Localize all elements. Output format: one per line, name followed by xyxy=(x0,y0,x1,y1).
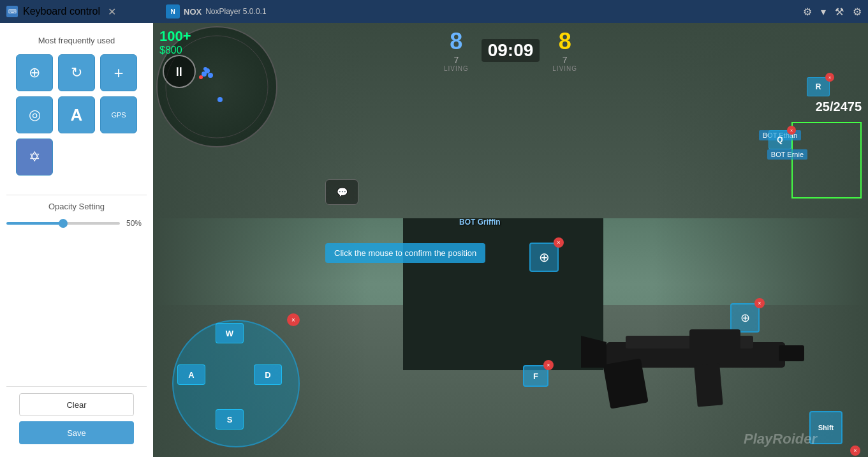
aim-widget-close[interactable]: × xyxy=(754,298,765,308)
wasd-wheel: × W A S D xyxy=(166,313,306,454)
most-used-label: Most frequently used xyxy=(38,36,115,45)
chat-icon: 💬 xyxy=(337,187,348,197)
team-a-label: LIVING xyxy=(444,65,469,72)
rotate-button[interactable]: ↻ xyxy=(58,54,95,91)
tools-icon[interactable]: ⚒ xyxy=(835,6,844,18)
team-a-number: 8 xyxy=(450,28,462,55)
hud-left: 100+ $800 xyxy=(159,28,191,56)
watermark: PlayRoider xyxy=(744,431,817,447)
team-a-score: 8 7 LIVING xyxy=(444,28,469,72)
chat-button[interactable]: 💬 xyxy=(325,179,358,205)
icon-grid: ⊕ ↻ + ◎ A GPS ✡ xyxy=(16,54,137,176)
dpad-button[interactable]: ⊕ xyxy=(16,54,53,91)
q-key-close[interactable]: × xyxy=(787,126,796,135)
crosshair-add-button[interactable]: + xyxy=(100,54,137,91)
gear-icon[interactable]: ⚙ xyxy=(853,6,862,18)
key-s[interactable]: S xyxy=(216,409,244,430)
r-key-widget[interactable]: R × xyxy=(807,77,830,96)
main-layout: Most frequently used ⊕ ↻ + ◎ A GPS ✡ Opa… xyxy=(0,23,868,457)
aim-button[interactable]: ◎ xyxy=(16,96,53,133)
bot-ernie-text: BOT Ernie xyxy=(767,149,807,160)
hud-center: 8 7 LIVING 09:09 8 7 LIVING xyxy=(444,28,577,72)
titlebar-left: ⌨ Keyboard control ✕ xyxy=(6,6,116,18)
crosshair-button[interactable]: ⊕ xyxy=(529,243,559,272)
health-display: 100+ xyxy=(159,28,191,45)
bot-griffin-label: BOT Griffin xyxy=(459,218,501,227)
team-b-number: 8 xyxy=(559,28,571,55)
f-key-widget[interactable]: F × xyxy=(523,365,548,387)
aim-widget[interactable]: ⊕ × xyxy=(730,303,760,333)
game-area[interactable]: ⏸ 💬 100+ $800 8 7 LIVING 09:09 8 7 xyxy=(153,23,868,457)
nox-icon: N xyxy=(166,4,180,19)
opacity-label: Opacity Setting xyxy=(48,202,105,211)
crosshair-close[interactable]: × xyxy=(554,237,564,248)
nox-brand: NOX xyxy=(184,7,202,17)
key-d[interactable]: D xyxy=(254,364,282,385)
bot-ernie-label: BOT Ernie xyxy=(767,151,807,158)
key-w[interactable]: W xyxy=(216,323,244,343)
crosshair-widget[interactable]: ⊕ × xyxy=(529,243,559,272)
close-button[interactable]: ✕ xyxy=(108,6,116,18)
window-title: Keyboard control xyxy=(23,6,100,17)
hud: 100+ $800 8 7 LIVING 09:09 8 7 LIVING xyxy=(153,23,868,100)
dark-block xyxy=(403,218,603,370)
divider-1 xyxy=(6,195,147,195)
keyboard-icon: ⌨ xyxy=(6,6,18,17)
opacity-slider[interactable] xyxy=(6,222,120,225)
q-key-widget[interactable]: Q × xyxy=(769,130,791,149)
r-key-close[interactable]: × xyxy=(825,73,834,82)
team-b-score: 8 7 LIVING xyxy=(552,28,577,72)
shift-close[interactable]: × xyxy=(850,446,860,456)
ammo-display: 25/2475 xyxy=(816,100,862,114)
save-button[interactable]: Save xyxy=(19,421,134,444)
team-b-living: 7 xyxy=(563,55,568,65)
dropdown-icon[interactable]: ▾ xyxy=(821,6,826,18)
team-b-label: LIVING xyxy=(552,65,577,72)
wasd-close[interactable]: × xyxy=(287,313,300,326)
divider-2 xyxy=(6,386,147,387)
left-panel: Most frequently used ⊕ ↻ + ◎ A GPS ✡ Opa… xyxy=(0,23,153,457)
star-button[interactable]: ✡ xyxy=(16,139,53,176)
key-a[interactable]: A xyxy=(177,364,205,385)
clear-button[interactable]: Clear xyxy=(19,393,134,416)
settings-icon[interactable]: ⚙ xyxy=(803,6,812,18)
nox-version: NoxPlayer 5.0.0.1 xyxy=(205,7,266,16)
money-display: $800 xyxy=(159,45,191,56)
game-timer: 09:09 xyxy=(482,39,540,62)
text-button[interactable]: A xyxy=(58,96,95,133)
team-a-living: 7 xyxy=(453,55,459,65)
gps-button[interactable]: GPS xyxy=(100,96,137,133)
titlebar-right-controls: ⚙ ▾ ⚒ ⚙ xyxy=(803,6,862,18)
aim-widget-button[interactable]: ⊕ xyxy=(730,303,760,333)
opacity-value: 50% xyxy=(126,219,147,228)
f-key-close[interactable]: × xyxy=(543,360,554,370)
nox-logo: N NOX NoxPlayer 5.0.0.1 xyxy=(166,0,267,23)
opacity-row: 50% xyxy=(6,219,147,228)
titlebar: ⌨ Keyboard control ✕ N NOX NoxPlayer 5.0… xyxy=(0,0,868,23)
